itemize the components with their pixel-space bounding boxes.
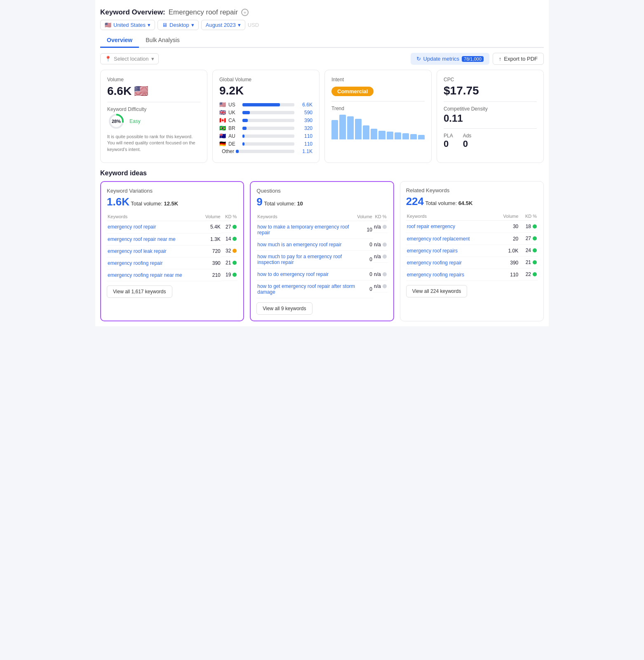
gv-number: 110 (297, 133, 313, 139)
keyword-link[interactable]: emergency roofing repair near me (107, 269, 201, 281)
view-all-variations-button[interactable]: View all 1,617 keywords (107, 285, 172, 298)
tab-overview[interactable]: Overview (100, 33, 139, 48)
kd-desc: It is quite possible to rank for this ke… (107, 134, 200, 153)
global-volume-row: 🇺🇸 US 6.6K (219, 101, 313, 108)
rel-col-kd: KD % (519, 212, 538, 221)
country-label: United States (113, 22, 146, 28)
toolbar: 🇺🇸 United States ▾ 🖥 Desktop ▾ August 20… (100, 18, 544, 33)
gv-bar-bg (242, 103, 294, 106)
trend-bar (395, 132, 401, 139)
period-selector[interactable]: August 2023 ▾ (201, 20, 245, 30)
gv-flag: 🇺🇸 (219, 101, 226, 108)
table-row: emergency roof replacement 20 27 (406, 233, 538, 245)
keyword-volume: 0 (356, 280, 373, 298)
keyword-link[interactable]: emergency roof repairs (406, 245, 496, 257)
kd-dot-icon (383, 225, 387, 229)
gv-flag: 🇦🇺 (219, 133, 226, 139)
update-metrics-badge: 78/1,000 (462, 56, 484, 62)
var-col-volume: Volume (201, 212, 221, 221)
related-count: 224 (406, 195, 424, 207)
questions-table: Keywords Volume KD % how to make a tempo… (256, 212, 387, 298)
table-row: emergency roof leak repair 720 32 (107, 245, 237, 257)
keyword-volume: 390 (496, 257, 519, 269)
gv-number: 1.1K (297, 148, 313, 154)
keyword-link[interactable]: emergency roofing repairs (406, 269, 496, 280)
rel-col-volume: Volume (496, 212, 519, 221)
var-col-keywords: Keywords (107, 212, 201, 221)
gv-country-code: US (228, 102, 240, 108)
volume-label: Volume (107, 77, 200, 82)
keyword-link[interactable]: how to make a temporary emergency roof r… (256, 221, 356, 239)
cd-value: 0.11 (444, 113, 537, 124)
trend-bar (410, 134, 417, 139)
kd-dot-icon (383, 284, 387, 288)
country-selector[interactable]: 🇺🇸 United States ▾ (100, 20, 155, 30)
country-flag: 🇺🇸 (105, 22, 111, 28)
global-volume-row: Other 1.1K (219, 148, 313, 154)
update-metrics-button[interactable]: ↻ Update metrics 78/1,000 (411, 53, 489, 65)
keyword-volume: 0 (356, 251, 373, 269)
gv-country-code: BR (228, 125, 240, 131)
add-keyword-icon[interactable]: + (241, 9, 249, 16)
keyword-link[interactable]: roof repair emergency (406, 221, 496, 233)
keyword-volume: 1.0K (496, 245, 519, 257)
keyword-link[interactable]: how much to pay for a emergency roof ins… (256, 251, 356, 269)
kd-dot-icon (533, 224, 537, 229)
kd-dot-icon (533, 272, 537, 276)
keyword-link[interactable]: emergency roofing repair (107, 257, 201, 269)
keyword-link[interactable]: emergency roof repair (107, 221, 201, 233)
export-icon: ↑ (499, 56, 502, 62)
kd-dot-icon (533, 236, 537, 240)
keyword-link[interactable]: how to do emergency roof repair (256, 269, 356, 280)
device-selector[interactable]: 🖥 Desktop ▾ (157, 20, 199, 30)
gv-number: 6.6K (297, 102, 313, 108)
keyword-link[interactable]: emergency roof leak repair (107, 245, 201, 257)
keyword-volume: 0 (356, 269, 373, 280)
gv-flag: 🇬🇧 (219, 109, 226, 116)
global-volume-card: Global Volume 9.2K 🇺🇸 US 6.6K 🇬🇧 UK 590 … (212, 70, 320, 163)
trend-bar (355, 119, 362, 139)
keyword-kd: n/a (373, 269, 388, 280)
view-all-questions-button[interactable]: View all 9 keywords (256, 302, 312, 315)
questions-card: Questions 9 Total volume: 10 Keywords Vo… (250, 181, 394, 321)
kd-circle: 28% (107, 112, 125, 130)
trend-bar (418, 135, 425, 139)
intent-label: Intent (331, 77, 425, 82)
global-volume-row: 🇦🇺 AU 110 (219, 133, 313, 139)
rel-col-keywords: Keywords (406, 212, 496, 221)
location-pin-icon: 📍 (105, 56, 111, 62)
related-total: Total volume: 64.5K (425, 200, 472, 206)
keyword-ideas-title: Keyword ideas (100, 170, 544, 177)
keyword-volume: 390 (201, 257, 221, 269)
gv-country-code: AU (228, 133, 240, 139)
variations-label: Keyword Variations (107, 188, 237, 194)
keyword-kd: 21 (519, 257, 538, 269)
questions-label: Questions (256, 188, 387, 194)
gv-bar-fill (242, 134, 244, 138)
gv-country-code: CA (228, 118, 240, 123)
keyword-volume: 30 (496, 221, 519, 233)
table-row: emergency roofing repair 390 21 (406, 257, 538, 269)
action-bar: 📍 Select location ▾ ↻ Update metrics 78/… (100, 53, 544, 65)
global-volume-row: 🇧🇷 BR 320 (219, 125, 313, 131)
page-title-label: Keyword Overview: (100, 8, 165, 16)
keyword-link[interactable]: emergency roof replacement (406, 233, 496, 245)
tab-bulk-analysis[interactable]: Bulk Analysis (139, 33, 186, 48)
export-pdf-button[interactable]: ↑ Export to PDF (493, 53, 544, 65)
keyword-link[interactable]: how much is an emergency roof repair (256, 239, 356, 251)
keyword-link[interactable]: emergency roof repair near me (107, 233, 201, 245)
table-row: how much to pay for a emergency roof ins… (256, 251, 387, 269)
update-metrics-label: Update metrics (423, 56, 459, 62)
kd-dot-icon (233, 225, 237, 229)
location-selector[interactable]: 📍 Select location ▾ (100, 53, 159, 64)
keyword-kd: n/a (373, 251, 388, 263)
gv-bar-bg (242, 119, 294, 122)
gv-bar-bg (236, 150, 294, 153)
variations-card: Keyword Variations 1.6K Total volume: 12… (100, 181, 244, 321)
gv-bar-fill (242, 103, 280, 106)
table-row: roof repair emergency 30 18 (406, 221, 538, 233)
view-all-related-button[interactable]: View all 224 keywords (406, 285, 468, 297)
keyword-link[interactable]: how to get emergency roof repair after s… (256, 280, 356, 298)
trend-bar (402, 133, 409, 139)
keyword-link[interactable]: emergency roofing repair (406, 257, 496, 269)
